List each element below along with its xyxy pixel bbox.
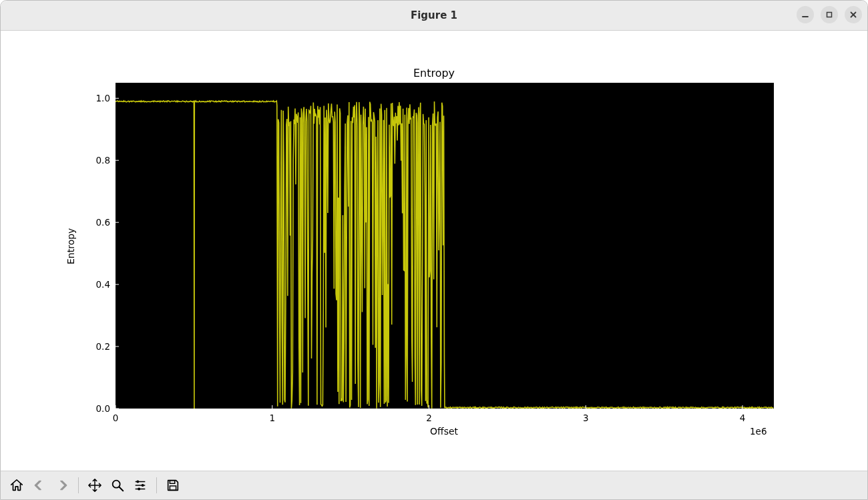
minimize-button[interactable] [797, 6, 814, 23]
pan-button[interactable] [85, 476, 104, 495]
forward-button[interactable] [53, 476, 71, 495]
y-tick-label: 0.2 [77, 341, 110, 352]
save-icon [166, 478, 180, 493]
zoom-button[interactable] [108, 476, 127, 495]
minimize-icon [801, 11, 809, 19]
chart-title: Entropy [1, 67, 867, 79]
home-icon [9, 478, 24, 493]
home-button[interactable] [7, 476, 26, 495]
forward-icon [55, 478, 69, 493]
y-tick-label: 0.8 [77, 155, 110, 166]
configure-subplots-icon [133, 478, 148, 493]
y-tick-label: 1.0 [77, 93, 110, 103]
svg-rect-1 [827, 13, 832, 17]
x-tick-label: 2 [409, 413, 449, 423]
maximize-button[interactable] [821, 6, 838, 23]
maximize-icon [825, 11, 833, 19]
back-button[interactable] [30, 476, 49, 495]
svg-point-22 [138, 487, 140, 490]
svg-rect-24 [170, 486, 176, 490]
close-icon [849, 11, 857, 19]
entropy-line-plot [116, 83, 774, 409]
x-tick-label: 1 [252, 413, 292, 423]
y-axis-label: Entropy [65, 228, 76, 264]
toolbar-separator [78, 477, 79, 493]
x-tick-label: 0 [95, 413, 136, 423]
entropy-series [116, 101, 773, 409]
close-button[interactable] [845, 6, 862, 23]
zoom-icon [110, 478, 125, 493]
x-axis-exponent: 1e6 [750, 426, 767, 437]
titlebar: Figure 1 [1, 1, 867, 31]
svg-point-21 [142, 484, 144, 487]
x-tick-label: 4 [722, 413, 763, 423]
x-axis-label: Offset [430, 426, 458, 437]
plot-canvas[interactable]: Entropy 0.00.20.40.60.81.0 01234 Entropy… [1, 31, 867, 471]
window-title: Figure 1 [1, 9, 867, 21]
pan-icon [87, 478, 102, 493]
y-tick-label: 0.4 [77, 279, 110, 290]
nav-toolbar [1, 471, 867, 499]
y-tick-label: 0.6 [77, 217, 110, 228]
svg-point-15 [113, 481, 120, 488]
x-tick-label: 3 [566, 413, 606, 423]
toolbar-separator [156, 477, 157, 493]
figure-window: Figure 1 Entropy 0.0 [0, 0, 868, 500]
back-icon [32, 478, 47, 493]
save-button[interactable] [164, 476, 182, 495]
svg-rect-23 [170, 481, 174, 484]
svg-point-20 [136, 480, 139, 483]
window-controls [797, 6, 862, 23]
svg-line-16 [120, 487, 124, 491]
configure-subplots-button[interactable] [131, 476, 150, 495]
